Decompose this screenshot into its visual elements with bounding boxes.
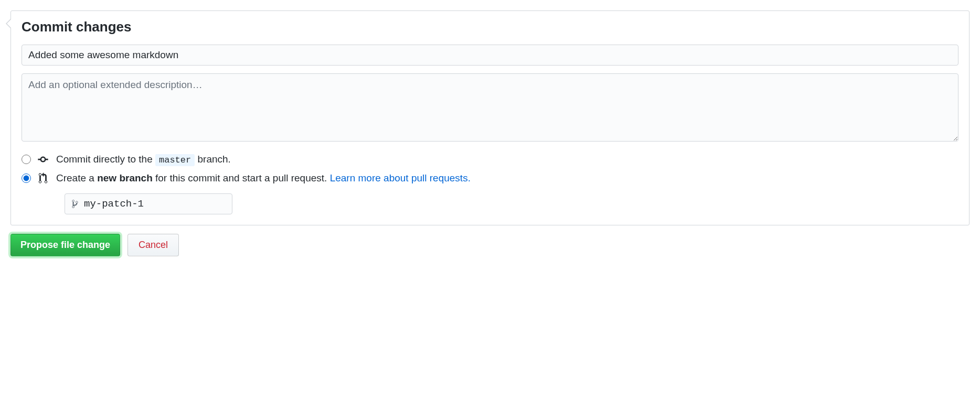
commit-newbranch-label[interactable]: Create a new branch for this commit and … xyxy=(22,172,958,184)
commit-direct-suffix: branch. xyxy=(195,154,231,165)
commit-newbranch-prefix: Create a xyxy=(56,172,97,183)
commit-direct-text: Commit directly to the master branch. xyxy=(56,154,231,165)
commit-newbranch-option: Create a new branch for this commit and … xyxy=(22,172,958,184)
learn-more-link[interactable]: Learn more about pull requests. xyxy=(330,172,471,183)
commit-summary-input[interactable] xyxy=(22,45,958,66)
git-pull-request-icon xyxy=(37,172,49,184)
commit-changes-panel: Commit changes Commit directly to the ma… xyxy=(10,10,970,225)
panel-heading: Commit changes xyxy=(22,19,958,35)
propose-file-change-button[interactable]: Propose file change xyxy=(10,234,120,256)
branch-name-input[interactable] xyxy=(65,193,232,214)
branch-pill: master xyxy=(155,154,195,166)
commit-newbranch-bold: new branch xyxy=(97,172,153,183)
commit-description-textarea[interactable] xyxy=(22,73,958,142)
commit-newbranch-text: Create a new branch for this commit and … xyxy=(56,172,471,184)
git-branch-icon xyxy=(71,199,79,209)
commit-direct-radio[interactable] xyxy=(22,155,31,164)
branch-name-field-wrap xyxy=(65,193,232,214)
git-commit-icon xyxy=(37,154,49,165)
cancel-button[interactable]: Cancel xyxy=(127,234,179,256)
commit-direct-prefix: Commit directly to the xyxy=(56,154,155,165)
commit-direct-option: Commit directly to the master branch. xyxy=(22,154,958,165)
commit-direct-label[interactable]: Commit directly to the master branch. xyxy=(22,154,958,165)
commit-actions: Propose file change Cancel xyxy=(10,234,970,256)
commit-newbranch-radio[interactable] xyxy=(22,174,31,183)
commit-newbranch-suffix: for this commit and start a pull request… xyxy=(153,172,330,183)
